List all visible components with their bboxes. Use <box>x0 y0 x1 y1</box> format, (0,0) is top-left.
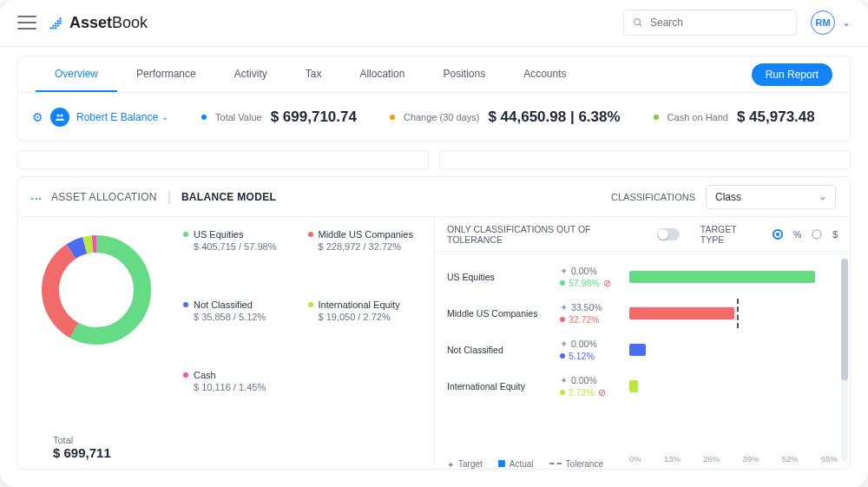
svg-point-7 <box>57 23 59 24</box>
summary-bar: ⚙ Robert E Balance ⌄ Total Value $ 699,7… <box>17 93 851 141</box>
total-amount: $ 699,711 <box>53 445 420 460</box>
total-label: Total <box>53 435 420 445</box>
donut-chart <box>36 229 157 351</box>
svg-point-14 <box>57 114 60 116</box>
chevron-down-icon: ⌄ <box>161 112 168 122</box>
tabs-bar: OverviewPerformanceActivityTaxAllocation… <box>17 56 851 94</box>
card-subtitle: BALANCE MODEL <box>181 191 276 203</box>
total-value: $ 699,710.74 <box>271 109 357 126</box>
cash-value: $ 45,973.48 <box>737 109 815 126</box>
allocation-right: ONLY CLASSIFICATIONS OUT OF TOLERANCE TA… <box>434 217 850 469</box>
allocation-left: US Equities$ 405,715 / 57.98%Middle US C… <box>18 217 434 469</box>
tab-tax[interactable]: Tax <box>286 56 341 93</box>
target-type-label: TARGET TYPE <box>700 224 762 245</box>
dot-icon <box>390 115 395 120</box>
svg-point-15 <box>61 114 63 116</box>
svg-point-8 <box>59 20 61 22</box>
target-type-percent-label: % <box>793 229 801 240</box>
dot-icon <box>654 115 659 120</box>
app-window: AssetBook RM ⌄ OverviewPerformanceActivi… <box>0 0 868 487</box>
legend-item: International Equity$ 19,050 / 2.72% <box>308 299 421 359</box>
run-report-button[interactable]: Run Report <box>752 63 832 86</box>
bar-legend: ✦Target Actual Tolerance 0%13%26%39%52%6… <box>435 456 850 469</box>
svg-point-2 <box>55 23 56 24</box>
brand-name-bold: Asset <box>69 14 112 31</box>
svg-point-1 <box>52 25 54 27</box>
tab-positions[interactable]: Positions <box>424 56 504 93</box>
change-label: Change (30 days) <box>404 112 479 122</box>
gear-icon[interactable]: ⚙ <box>32 110 43 124</box>
legend-item: Not Classified$ 35,858 / 5.12% <box>183 299 296 359</box>
card-title: ASSET ALLOCATION <box>51 191 157 203</box>
legend-target: Target <box>458 459 483 469</box>
target-type-dollar-radio[interactable] <box>812 229 822 240</box>
svg-point-5 <box>52 27 54 29</box>
user-menu-chevron-icon[interactable]: ⌄ <box>842 16 851 29</box>
donut-legend: US Equities$ 405,715 / 57.98%Middle US C… <box>183 229 420 430</box>
change-value: $ 44,650.98 | 6.38% <box>488 109 620 126</box>
axis-tick: 39% <box>742 454 759 464</box>
app-header: AssetBook RM ⌄ <box>0 0 868 47</box>
right-panel-header: ONLY CLASSIFICATIONS OUT OF TOLERANCE TA… <box>435 217 850 252</box>
bar-rows: US Equities✦0.00%57.98% ⊘Middle US Compa… <box>435 252 850 456</box>
legend-item: US Equities$ 405,715 / 57.98% <box>183 229 296 289</box>
placeholder-strip <box>17 150 851 169</box>
tab-performance[interactable]: Performance <box>117 56 215 93</box>
allocation-total: Total $ 699,711 <box>53 435 420 460</box>
search-icon <box>633 17 643 28</box>
search-field[interactable] <box>650 16 787 29</box>
asset-allocation-card: ⋮ ASSET ALLOCATION | BALANCE MODEL CLASS… <box>17 176 851 470</box>
classifications-label: CLASSIFICATIONS <box>611 192 695 202</box>
card-header: ⋮ ASSET ALLOCATION | BALANCE MODEL CLASS… <box>18 177 850 217</box>
legend-tolerance: Tolerance <box>566 459 603 469</box>
tab-accounts[interactable]: Accounts <box>504 56 585 93</box>
tolerance-toggle-label: ONLY CLASSIFICATIONS OUT OF TOLERANCE <box>447 224 647 245</box>
people-icon <box>50 108 69 127</box>
dot-icon <box>201 115 207 120</box>
legend-item: Middle US Companies$ 228,972 / 32.72% <box>308 229 421 289</box>
axis-tick: 0% <box>629 454 641 464</box>
total-value-label: Total Value <box>215 112 262 122</box>
brand-name-light: Book <box>112 14 148 31</box>
client-name-text: Robert E Balance <box>76 111 158 123</box>
svg-point-0 <box>50 27 52 29</box>
bar-row: US Equities✦0.00%57.98% ⊘ <box>447 259 838 295</box>
svg-point-9 <box>55 27 56 29</box>
card-body: US Equities$ 405,715 / 57.98%Middle US C… <box>18 217 850 469</box>
axis-tick: 26% <box>703 454 720 464</box>
svg-point-3 <box>57 20 59 22</box>
tab-allocation[interactable]: Allocation <box>340 56 424 93</box>
user-avatar[interactable]: RM <box>811 10 835 35</box>
svg-point-10 <box>57 25 59 27</box>
target-type-dollar-label: $ <box>832 229 838 240</box>
scrollbar-vertical[interactable] <box>841 259 848 462</box>
classifications-select[interactable]: Class ⌄ <box>706 185 836 209</box>
target-type-percent-radio[interactable] <box>773 229 783 240</box>
axis-tick: 65% <box>821 454 838 464</box>
legend-item: Cash$ 10,116 / 1.45% <box>183 370 296 430</box>
tolerance-toggle[interactable] <box>657 228 680 240</box>
bar-axis: 0%13%26%39%52%65% <box>629 454 838 464</box>
menu-icon[interactable] <box>17 16 36 30</box>
bar-row: International Equity✦0.00%2.72% ⊘ <box>447 368 838 405</box>
svg-point-11 <box>59 23 61 24</box>
axis-tick: 52% <box>782 454 799 464</box>
classifications-value: Class <box>715 191 741 203</box>
search-input[interactable] <box>623 10 797 36</box>
client-selector[interactable]: Robert E Balance ⌄ <box>76 111 168 123</box>
svg-line-13 <box>640 24 642 27</box>
chevron-down-icon: ⌄ <box>819 191 826 202</box>
bar-row: Not Classified✦0.00%5.12% <box>447 332 838 368</box>
axis-tick: 13% <box>664 454 681 464</box>
brand-logo[interactable]: AssetBook <box>49 14 148 32</box>
drag-handle-icon[interactable]: ⋮ <box>30 193 43 201</box>
cash-label: Cash on Hand <box>667 112 728 122</box>
divider: | <box>168 189 171 205</box>
logo-icon <box>49 15 64 30</box>
svg-point-6 <box>55 25 56 27</box>
tab-overview[interactable]: Overview <box>36 56 117 93</box>
tab-activity[interactable]: Activity <box>215 56 286 93</box>
svg-point-12 <box>635 19 641 25</box>
bar-row: Middle US Companies✦33.50%32.72% <box>447 295 838 332</box>
svg-point-4 <box>59 18 61 20</box>
